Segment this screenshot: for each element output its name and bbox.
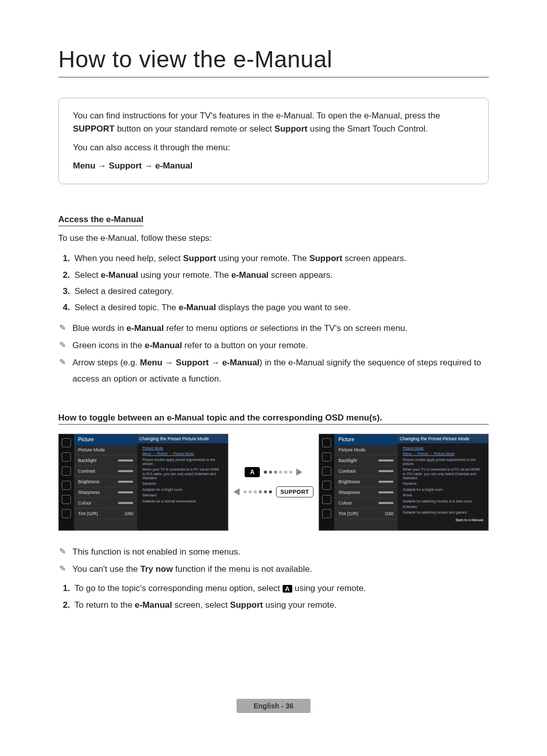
- page-number-tab: English - 36: [237, 699, 311, 713]
- figure-row: Picture Picture Mode Backlight Contrast …: [58, 434, 489, 531]
- section1-steps: When you need help, select Support using…: [58, 250, 489, 316]
- step-item: Select a desired category.: [72, 283, 489, 300]
- manual-page: How to view the e-Manual You can find in…: [0, 0, 547, 756]
- step-item: Select a desired topic. The e-Manual dis…: [72, 300, 489, 316]
- section2-notes: This function is not enabled in some men…: [58, 544, 489, 578]
- center-arrows: A SUPPORT: [233, 467, 314, 497]
- page-title: How to view the e-Manual: [58, 46, 489, 77]
- note-item: You can't use the Try now function if th…: [58, 561, 489, 577]
- section2-steps: To go to the topic's corresponding menu …: [58, 580, 489, 613]
- note-item: Arrow steps (e.g. Menu → Support → e-Man…: [58, 355, 489, 388]
- note-item: This function is not enabled in some men…: [58, 544, 489, 560]
- section1-lead: To use the e-Manual, follow these steps:: [58, 233, 489, 243]
- step-item: Select e-Manual using your remote. The e…: [72, 267, 489, 283]
- intro-paragraph-2: You can also access it through the menu:: [73, 141, 474, 154]
- intro-menu-path: Menu → Support → e-Manual: [73, 159, 474, 173]
- inline-a-icon: A: [283, 585, 292, 593]
- step-item: To return to the e-Manual screen, select…: [72, 597, 489, 613]
- note-item: Blue words in e-Manual refer to menu opt…: [58, 320, 489, 337]
- button-a-badge: A: [245, 467, 260, 477]
- step-item: When you need help, select Support using…: [72, 250, 489, 267]
- section1-notes: Blue words in e-Manual refer to menu opt…: [58, 320, 489, 388]
- button-support-badge: SUPPORT: [276, 486, 314, 497]
- section-heading-toggle: How to toggle between an e-Manual topic …: [58, 413, 489, 425]
- intro-paragraph-1: You can find instructions for your TV's …: [73, 109, 474, 136]
- screenshot-left: Picture Picture Mode Backlight Contrast …: [58, 434, 228, 531]
- arrow-right-icon: [296, 469, 302, 476]
- page-footer: English - 36: [0, 699, 547, 713]
- intro-box: You can find instructions for your TV's …: [58, 98, 489, 184]
- screenshot-right: Picture Picture Mode Backlight Contrast …: [319, 434, 489, 531]
- section-heading-access: Access the e-Manual: [58, 215, 143, 226]
- step-item: To go to the topic's corresponding menu …: [72, 580, 489, 597]
- note-item: Green icons in the e-Manual refer to a b…: [58, 338, 489, 354]
- arrow-left-icon: [233, 488, 240, 495]
